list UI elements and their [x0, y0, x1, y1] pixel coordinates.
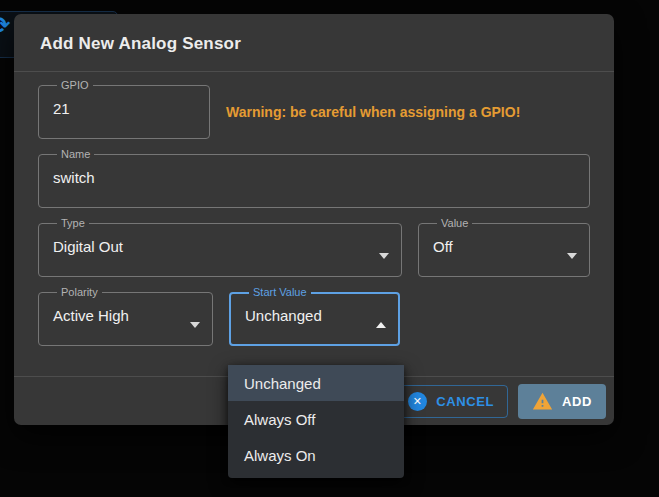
menu-item-unchanged[interactable]: Unchanged: [228, 365, 404, 401]
refresh-icon: ⟳: [0, 14, 10, 37]
dialog-body: GPIO 21 Warning: be careful when assigni…: [14, 72, 614, 376]
gpio-field[interactable]: GPIO 21: [38, 79, 210, 139]
chevron-down-icon: [567, 253, 577, 259]
menu-item-always-on[interactable]: Always On: [228, 437, 404, 473]
polarity-selected-value: Active High: [51, 299, 200, 331]
menu-item-always-off[interactable]: Always Off: [228, 401, 404, 437]
value-select[interactable]: Value Off: [418, 217, 590, 277]
name-input[interactable]: switch: [51, 161, 577, 193]
dialog-title: Add New Analog Sensor: [40, 34, 241, 53]
start-value-label: Start Value: [249, 286, 311, 299]
chevron-up-icon: [376, 322, 386, 328]
dialog-header: Add New Analog Sensor: [14, 14, 614, 72]
add-button[interactable]: ADD: [518, 384, 606, 419]
polarity-label: Polarity: [57, 286, 102, 299]
add-sensor-dialog: Add New Analog Sensor GPIO 21 Warning: b…: [14, 14, 614, 425]
name-field[interactable]: Name switch: [38, 148, 590, 208]
name-label: Name: [57, 148, 94, 161]
gpio-warning-text: Warning: be careful when assigning a GPI…: [226, 104, 520, 120]
cancel-button[interactable]: ✕ CANCEL: [394, 385, 508, 418]
start-value-menu: Unchanged Always Off Always On: [228, 365, 404, 478]
gpio-label: GPIO: [57, 79, 93, 92]
polarity-select[interactable]: Polarity Active High: [38, 286, 213, 346]
value-selected-value: Off: [431, 230, 577, 262]
chevron-down-icon: [379, 253, 389, 259]
start-value-selected-value: Unchanged: [243, 299, 386, 331]
start-value-select[interactable]: Start Value Unchanged: [229, 286, 400, 346]
cancel-circle-x-icon: ✕: [408, 392, 427, 411]
chevron-down-icon: [190, 322, 200, 328]
value-label: Value: [437, 217, 472, 230]
type-select[interactable]: Type Digital Out: [38, 217, 402, 277]
gpio-input[interactable]: 21: [51, 92, 197, 124]
warning-triangle-icon: [532, 391, 553, 412]
cancel-button-label: CANCEL: [436, 394, 494, 409]
type-selected-value: Digital Out: [51, 230, 389, 262]
type-label: Type: [57, 217, 89, 230]
add-button-label: ADD: [562, 394, 592, 409]
